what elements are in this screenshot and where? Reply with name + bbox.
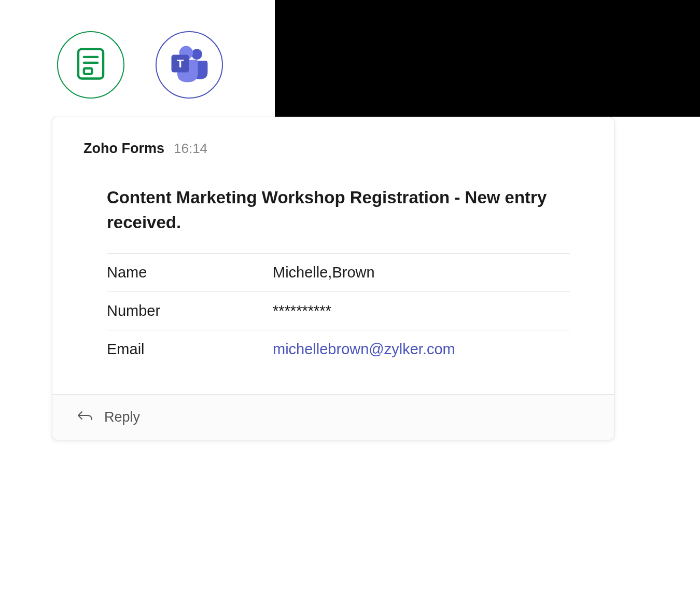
microsoft-teams-logo-circle: T (156, 31, 223, 99)
sender-name: Zoho Forms (83, 141, 164, 157)
field-label: Number (107, 291, 273, 330)
email-link[interactable]: michellebrown@zylker.com (273, 341, 455, 357)
table-row: Email michellebrown@zylker.com (107, 330, 570, 368)
integration-logos: T (57, 31, 223, 99)
field-value: Michelle,Brown (273, 253, 570, 291)
teams-message-card: Zoho Forms 16:14 Content Marketing Works… (52, 117, 614, 440)
message-title: Content Marketing Workshop Registration … (107, 185, 570, 235)
svg-rect-3 (84, 68, 92, 74)
message-body: Content Marketing Workshop Registration … (52, 157, 614, 394)
table-row: Number ********** (107, 291, 570, 330)
top-black-region (275, 0, 700, 117)
field-value: michellebrown@zylker.com (273, 330, 570, 368)
zoho-forms-logo-circle (57, 31, 124, 99)
reply-button-label: Reply (104, 409, 140, 425)
svg-text:T: T (176, 57, 184, 70)
svg-point-4 (191, 49, 202, 60)
message-header: Zoho Forms 16:14 (52, 117, 614, 157)
message-footer[interactable]: Reply (52, 394, 614, 440)
zoho-forms-icon (73, 46, 109, 84)
field-value: ********** (273, 291, 570, 330)
message-timestamp: 16:14 (174, 141, 207, 157)
reply-arrow-icon (77, 410, 93, 424)
microsoft-teams-icon: T (167, 42, 212, 88)
table-row: Name Michelle,Brown (107, 253, 570, 291)
field-label: Name (107, 253, 273, 291)
field-label: Email (107, 330, 273, 368)
form-fields-table: Name Michelle,Brown Number ********** Em… (107, 253, 570, 368)
